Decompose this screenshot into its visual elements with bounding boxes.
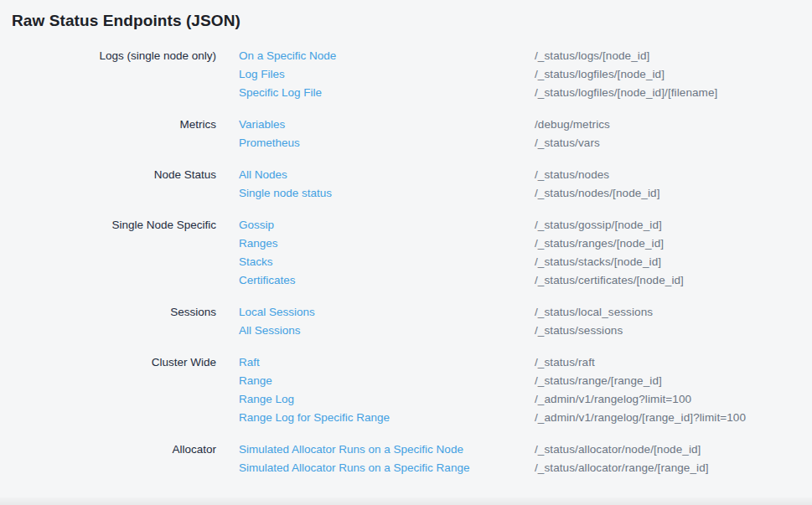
category-label: Metrics [12, 116, 239, 134]
category-label: Allocator [12, 441, 239, 459]
endpoint-lines: Variables/debug/metricsPrometheus/_statu… [239, 116, 800, 152]
endpoint-url: /_status/sessions [535, 322, 623, 340]
endpoint-link[interactable]: Local Sessions [239, 303, 535, 322]
endpoint-url: /_status/logfiles/[node_id]/[filename] [535, 84, 717, 102]
category-label: Node Status [12, 166, 239, 184]
endpoint-group: Logs (single node only)On a Specific Nod… [12, 47, 800, 102]
endpoint-link[interactable]: Prometheus [239, 134, 535, 152]
endpoint-url: /_status/allocator/node/[node_id] [535, 441, 701, 459]
endpoint-link[interactable]: All Sessions [239, 322, 535, 340]
endpoint-url: /_status/logs/[node_id] [535, 47, 649, 65]
endpoint-row: Certificates/_status/certificates/[node_… [239, 271, 800, 290]
endpoint-group: SessionsLocal Sessions/_status/local_ses… [12, 303, 800, 340]
endpoint-url: /_status/nodes [535, 166, 609, 184]
category-label: Cluster Wide [12, 353, 239, 372]
endpoint-row: Log Files/_status/logfiles/[node_id] [239, 65, 800, 84]
endpoint-link[interactable]: Range Log for Specific Range [239, 409, 535, 427]
endpoint-link[interactable]: Certificates [239, 271, 535, 290]
endpoint-link[interactable]: On a Specific Node [239, 47, 535, 65]
endpoint-url: /_status/raft [535, 353, 595, 372]
endpoint-row: All Sessions/_status/sessions [239, 322, 800, 340]
endpoint-lines: Local Sessions/_status/local_sessionsAll… [239, 303, 800, 340]
endpoint-row: Simulated Allocator Runs on a Specific R… [239, 459, 800, 477]
endpoint-link[interactable]: Range [239, 372, 535, 390]
endpoint-url: /_status/stacks/[node_id] [535, 253, 661, 271]
endpoint-row: Range Log for Specific Range/_admin/v1/r… [239, 409, 800, 427]
endpoint-row: Raft/_status/raft [239, 353, 800, 372]
endpoint-lines: All Nodes/_status/nodesSingle node statu… [239, 166, 800, 203]
endpoint-url: /_status/nodes/[node_id] [535, 184, 660, 203]
page-title: Raw Status Endpoints (JSON) [12, 12, 800, 30]
endpoint-lines: On a Specific Node/_status/logs/[node_id… [239, 47, 800, 102]
endpoint-lines: Gossip/_status/gossip/[node_id]Ranges/_s… [239, 216, 800, 290]
endpoint-row: Prometheus/_status/vars [239, 134, 800, 152]
endpoint-url: /_status/range/[range_id] [535, 372, 662, 390]
endpoint-url: /_status/vars [535, 134, 600, 152]
category-label: Single Node Specific [12, 216, 239, 234]
endpoint-link[interactable]: Range Log [239, 390, 535, 409]
endpoint-url: /_status/allocator/range/[range_id] [535, 459, 709, 477]
endpoint-url: /_admin/v1/rangelog/[range_id]?limit=100 [535, 409, 746, 427]
category-label: Sessions [12, 303, 239, 322]
endpoint-group: Single Node SpecificGossip/_status/gossi… [12, 216, 800, 290]
endpoint-row: Single node status/_status/nodes/[node_i… [239, 184, 800, 203]
endpoint-row: Simulated Allocator Runs on a Specific N… [239, 441, 800, 459]
endpoint-group: Node StatusAll Nodes/_status/nodesSingle… [12, 166, 800, 203]
endpoint-url: /_status/logfiles/[node_id] [535, 65, 665, 84]
endpoint-row: All Nodes/_status/nodes [239, 166, 800, 184]
category-label: Logs (single node only) [12, 47, 239, 65]
endpoint-link[interactable]: Log Files [239, 65, 535, 84]
endpoint-lines: Raft/_status/raftRange/_status/range/[ra… [239, 353, 800, 427]
endpoint-link[interactable]: Simulated Allocator Runs on a Specific N… [239, 441, 535, 459]
endpoint-group: AllocatorSimulated Allocator Runs on a S… [12, 441, 800, 477]
endpoint-url: /debug/metrics [535, 116, 610, 134]
endpoint-url: /_status/local_sessions [535, 303, 653, 322]
endpoint-link[interactable]: Stacks [239, 253, 535, 271]
endpoint-row: Gossip/_status/gossip/[node_id] [239, 216, 800, 234]
endpoint-link[interactable]: Simulated Allocator Runs on a Specific R… [239, 459, 535, 477]
endpoint-url: /_status/gossip/[node_id] [535, 216, 662, 234]
endpoint-url: /_admin/v1/rangelog?limit=100 [535, 390, 691, 409]
endpoint-groups: Logs (single node only)On a Specific Nod… [12, 47, 800, 477]
endpoint-link[interactable]: Variables [239, 116, 535, 134]
endpoint-row: Stacks/_status/stacks/[node_id] [239, 253, 800, 271]
endpoint-link[interactable]: Ranges [239, 234, 535, 253]
endpoint-row: Range Log/_admin/v1/rangelog?limit=100 [239, 390, 800, 409]
endpoint-row: Ranges/_status/ranges/[node_id] [239, 234, 800, 253]
endpoint-row: Range/_status/range/[range_id] [239, 372, 800, 390]
endpoint-link[interactable]: Raft [239, 353, 535, 372]
endpoint-link[interactable]: Specific Log File [239, 84, 535, 102]
endpoint-link[interactable]: Single node status [239, 184, 535, 203]
endpoint-url: /_status/ranges/[node_id] [535, 234, 664, 253]
raw-status-endpoints-page: Raw Status Endpoints (JSON) Logs (single… [0, 0, 812, 477]
endpoint-group: MetricsVariables/debug/metricsPrometheus… [12, 116, 800, 152]
bottom-edge-shade [0, 497, 812, 505]
endpoint-lines: Simulated Allocator Runs on a Specific N… [239, 441, 800, 477]
endpoint-row: Local Sessions/_status/local_sessions [239, 303, 800, 322]
endpoint-link[interactable]: All Nodes [239, 166, 535, 184]
endpoint-url: /_status/certificates/[node_id] [535, 271, 684, 290]
endpoint-row: Variables/debug/metrics [239, 116, 800, 134]
endpoint-row: On a Specific Node/_status/logs/[node_id… [239, 47, 800, 65]
endpoint-row: Specific Log File/_status/logfiles/[node… [239, 84, 800, 102]
endpoint-group: Cluster WideRaft/_status/raftRange/_stat… [12, 353, 800, 427]
endpoint-link[interactable]: Gossip [239, 216, 535, 234]
